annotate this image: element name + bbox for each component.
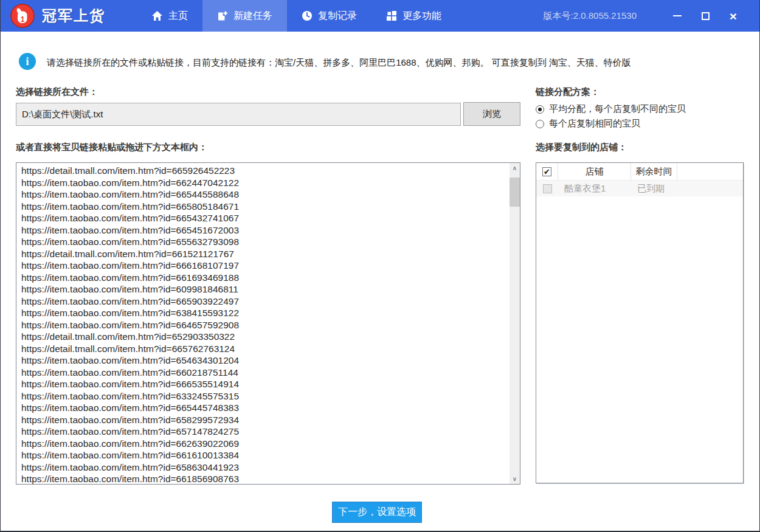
next-step-button[interactable]: 下一步，设置选项: [332, 502, 422, 523]
info-banner-text: 请选择链接所在的文件或粘贴链接，目前支持的链接有：淘宝/天猫、拼多多、阿里巴巴1…: [47, 57, 631, 69]
app-window: 1 冠军上货 主页 新建任务: [0, 0, 760, 532]
nav-item-label: 更多功能: [402, 10, 441, 22]
main-nav: 主页 新建任务 复制记录: [137, 0, 456, 32]
shops-section-label: 选择要复制到的店铺：: [536, 142, 627, 153]
header-checkbox-cell: ✔: [536, 163, 558, 180]
radio-option-distribute-evenly[interactable]: 平均分配，每个店复制不同的宝贝: [536, 103, 686, 115]
clock-icon: [302, 10, 313, 21]
column-header-empty: [677, 163, 743, 180]
select-all-checkbox[interactable]: ✔: [542, 167, 551, 176]
close-icon: ×: [730, 10, 737, 22]
nav-item-label: 新建任务: [233, 10, 272, 22]
column-header-remaining[interactable]: 剩余时间: [631, 163, 677, 180]
shop-remaining-time: 已到期: [631, 181, 677, 196]
scrollbar-thumb[interactable]: [510, 178, 520, 207]
shop-checkbox[interactable]: [543, 184, 552, 193]
maximize-button[interactable]: [691, 0, 719, 32]
links-content[interactable]: https://detail.tmall.com/item.htm?id=665…: [16, 163, 510, 484]
radio-selected-icon[interactable]: [536, 105, 544, 114]
shop-row[interactable]: 酷童衣堡1 已到期: [536, 181, 743, 196]
svg-text:1: 1: [21, 15, 25, 24]
version-label: 版本号:2.0.8055.21530: [544, 10, 637, 22]
title-bar: 1 冠军上货 主页 新建任务: [1, 0, 759, 32]
nav-item-more-features[interactable]: 更多功能: [371, 0, 456, 32]
titlebar-right: 版本号:2.0.8055.21530 ×: [544, 0, 759, 32]
paste-section-label: 或者直接将宝贝链接粘贴或拖进下方文本框内：: [16, 142, 207, 153]
nav-item-label: 主页: [168, 10, 188, 22]
nav-item-home[interactable]: 主页: [137, 0, 202, 32]
maximize-icon: [702, 12, 710, 20]
nav-item-new-task[interactable]: 新建任务: [202, 0, 287, 32]
shops-table-header: ✔ 店铺 剩余时间: [536, 163, 743, 181]
shops-table: ✔ 店铺 剩余时间 酷童衣堡1 已到期: [536, 162, 744, 483]
browse-button[interactable]: 浏览: [463, 102, 520, 126]
file-section-label: 选择链接所在文件：: [16, 86, 98, 98]
close-button[interactable]: ×: [719, 0, 747, 32]
allocation-label: 链接分配方案：: [536, 86, 599, 98]
app-logo-icon: 1: [10, 4, 35, 28]
links-textarea[interactable]: https://detail.tmall.com/item.htm?id=665…: [16, 162, 520, 485]
new-task-icon: [217, 10, 228, 21]
file-path-input[interactable]: D:\桌面文件\测试.txt: [16, 103, 461, 126]
row-checkbox-cell: [536, 181, 558, 196]
radio-unselected-icon[interactable]: [536, 120, 544, 128]
minimize-icon: [673, 15, 682, 16]
radio-option-label: 每个店复制相同的宝贝: [549, 118, 640, 130]
radio-option-label: 平均分配，每个店复制不同的宝贝: [549, 103, 686, 115]
info-icon: i: [19, 53, 36, 70]
shop-row-empty: [677, 181, 743, 196]
links-scrollbar[interactable]: ∧ ∨: [510, 163, 520, 484]
shop-name: 酷童衣堡1: [558, 181, 631, 196]
scroll-down-icon[interactable]: ∨: [510, 474, 520, 484]
checkmark-icon: ✔: [544, 168, 550, 176]
nav-item-label: 复制记录: [318, 10, 357, 22]
grid-icon: [386, 10, 397, 21]
column-header-shop[interactable]: 店铺: [558, 163, 631, 180]
radio-option-copy-same[interactable]: 每个店复制相同的宝贝: [536, 118, 640, 130]
minimize-button[interactable]: [663, 0, 691, 32]
app-title: 冠军上货: [42, 6, 105, 26]
nav-item-copy-records[interactable]: 复制记录: [287, 0, 371, 32]
scroll-up-icon[interactable]: ∧: [510, 163, 520, 173]
home-icon: [151, 10, 163, 21]
